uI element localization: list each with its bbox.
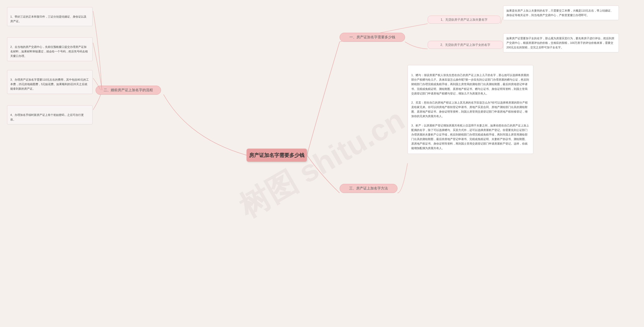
detail-text-3: 1、赠与：假设房屋产权人张先生想在自己的房产证上加上儿子的名字，那么他可以选择将… <box>411 74 529 150</box>
detail-text-1: 如果是在房产上加上夫妻间的名字，只需要交工本费，大概是110元左右，带上结婚证、… <box>506 9 613 17</box>
central-label: 房产证加名字需要多少钱 <box>249 152 304 159</box>
left-detail-box-3: 3、办理房产证加名字需要110元左右的费用，其中包括80元的工本费，25元的地籍… <box>7 70 93 94</box>
detail-text-2: 如果房产证需要加子女的名字，那么视为房屋买卖行为，要先将房子进行评估，然后到房产… <box>506 37 614 49</box>
left-branch-label: 二、婚前房产证上加名字的流程 <box>104 88 153 92</box>
left-detail-text-2: 2、去当地的房产交易中心，先前往预检窗口提交办理房产证加名材料，如果材料审核通过… <box>10 45 88 57</box>
leaf-label-2: 2、无贷款房子房产证上加子女的名字 <box>440 43 491 47</box>
left-detail-box-2: 2、去当地的房产交易中心，先前往预检窗口提交办理房产证加名材料，如果材料审核通过… <box>7 37 93 61</box>
leaf-label-1: 1、无贷款房子房产证上加夫妻名字 <box>441 18 488 22</box>
left-detail-box-4: 4、办理加名手续时新房产证上有个初始密码，之后可自行更改。 <box>7 105 93 124</box>
detail-box-2: 如果房产证需要加子女的名字，那么视为房屋买卖行为，要先将房子进行评估，然后到房产… <box>503 33 619 52</box>
branch-label-1: 一、房产证加名字需要多少钱 <box>349 35 395 40</box>
branch-node-1: 一、房产证加名字需要多少钱 <box>340 33 405 42</box>
leaf-node-2: 2、无贷款房子房产证上加子女的名字 <box>428 41 503 49</box>
branch-node-3: 三、房产证上加名字方法 <box>340 184 397 193</box>
svg-line-0 <box>501 17 503 24</box>
mind-map: 树图 shitu.cn 房产证加名字需要多少钱 一、房产证加名字需要多少钱 1、… <box>0 0 644 327</box>
branch-label-3: 三、房产证上加名字方法 <box>349 186 388 191</box>
left-branch-node: 二、婚前房产证上加名字的流程 <box>96 86 161 95</box>
left-detail-box: 1、带好三证的正本和复印件，三证分别是结婚证、身份证以及房产证。 <box>7 7 93 26</box>
left-detail-text-4: 4、办理加名手续时新房产证上有个初始密码，之后可自行更改。 <box>10 113 84 121</box>
detail-box-1: 如果是在房产上加上夫妻间的名字，只需要交工本费，大概是110元左右，带上结婚证、… <box>503 6 619 20</box>
central-node: 房产证加名字需要多少钱 <box>247 149 307 162</box>
leaf-node-1: 1、无贷款房子房产证上加夫妻名字 <box>428 16 501 24</box>
left-detail-text-3: 3、办理房产证加名字需要110元左右的费用，其中包括80元的工本费，25元的地籍… <box>10 78 89 90</box>
watermark: 树图 shitu.cn <box>232 100 412 227</box>
left-detail-text-1: 1、带好三证的正本和复印件，三证分别是结婚证、身份证以及房产证。 <box>10 15 87 23</box>
detail-box-3: 1、赠与：假设房屋产权人张先生想在自己的房产证上加上儿子的名字，那么他可以选择将… <box>408 65 533 154</box>
